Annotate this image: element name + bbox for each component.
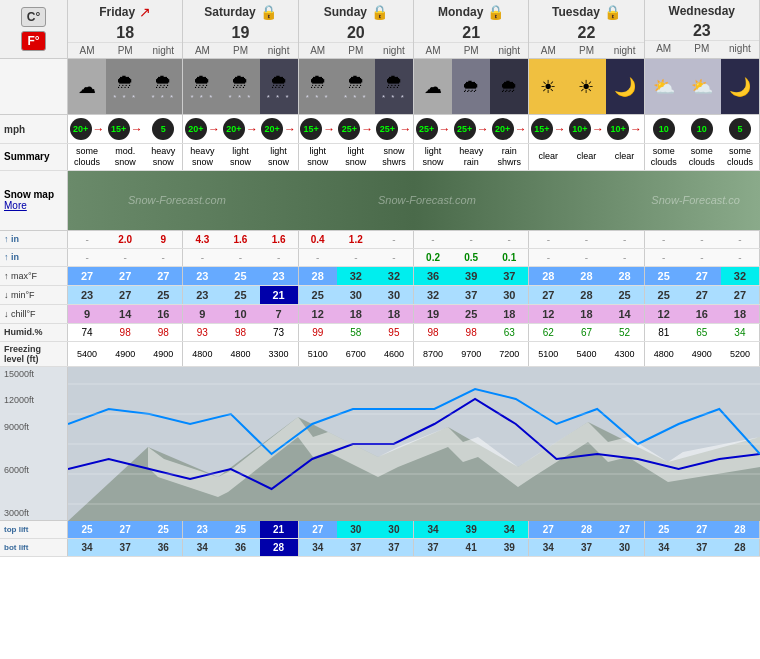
sub-header-3: AM PM night — [414, 42, 528, 58]
top-lift-cell-0-0: 25 — [68, 521, 106, 538]
wind-badge-0-1: 15+ — [108, 118, 130, 140]
min-temp-day-4: 272825 — [529, 286, 644, 304]
min-temp-cell-4-1: 28 — [567, 286, 605, 304]
top-lift-cell-3-0: 34 — [414, 521, 452, 538]
main-container: C° F° Friday ↗ 18 AM PM night Saturday 🔒… — [0, 0, 760, 557]
bot-lift-cell-3-1: 41 — [452, 539, 490, 556]
min-temp-cell-0-0: 23 — [68, 286, 106, 304]
rain-day-1: --- — [183, 249, 298, 266]
rain-day-4: --- — [529, 249, 644, 266]
weather-label — [0, 59, 68, 114]
freeze-cell-3-0: 8700 — [414, 342, 452, 366]
min-temp-cell-2-0: 25 — [299, 286, 337, 304]
wind-badge-1-0: 20+ — [185, 118, 207, 140]
sub-header-5: AM PM night — [645, 40, 759, 56]
rain-day-2: --- — [299, 249, 414, 266]
wx-icon-2-0: 🌨 — [309, 72, 327, 93]
day-date-3: 21 — [462, 24, 480, 42]
max-temp-cell-3-1: 39 — [452, 267, 490, 285]
bot-lift-cell-4-0: 34 — [529, 539, 567, 556]
weather-cell-4-0: ☀ — [529, 59, 567, 114]
bot-lift-cell-3-2: 39 — [490, 539, 528, 556]
humid-cell-5-0: 81 — [645, 324, 683, 341]
wind-badge-4-2: 10+ — [607, 118, 629, 140]
wind-row: mph 20+→15+→520+→20+→20+→15+→25+→25+→25+… — [0, 115, 760, 144]
snow-cell-0-2: 9 — [144, 231, 182, 248]
humid-cell-1-2: 73 — [260, 324, 298, 341]
summary-cell-0-0: some clouds — [68, 144, 106, 170]
rain-cell-3-2: 0.1 — [490, 249, 528, 266]
snow-cell-2-2: - — [375, 231, 413, 248]
freeze-cell-2-1: 6700 — [337, 342, 375, 366]
snow-dots-2-0: * * * — [306, 93, 330, 102]
pm-label-2: PM — [337, 42, 375, 58]
watermark-3: Snow-Forecast.co — [651, 194, 740, 206]
freeze-cell-0-2: 4900 — [144, 342, 182, 366]
rain-cell-1-2: - — [260, 249, 298, 266]
wind-cell-0-1: 15+→ — [106, 115, 144, 143]
snowmap-more-link[interactable]: More — [4, 200, 27, 211]
snow-dots-1-1: * * * — [229, 93, 253, 102]
summary-day-2: light snowlight snowsnow shwrs — [299, 144, 414, 170]
chill-label: ↓ chill°F — [0, 305, 68, 323]
am-label-0: AM — [68, 42, 106, 58]
alt-y-labels: 15000ft12000ft9000ft6000ft3000ft — [0, 367, 68, 520]
summary-label: Summary — [0, 144, 68, 170]
wind-badge-4-0: 15+ — [531, 118, 553, 140]
wx-icon-3-1: 🌧 — [462, 76, 480, 97]
top-lift-row: top lift 2527252325212730303439342728272… — [0, 521, 760, 539]
bot-lift-day-1: 343628 — [183, 539, 298, 556]
humid-day-1: 939873 — [183, 324, 298, 341]
freeze-day-0: 540049004900 — [68, 342, 183, 366]
wind-label: mph — [0, 115, 68, 143]
summary-cell-3-0: light snow — [414, 144, 452, 170]
snowmap-title: Snow map — [4, 189, 54, 200]
snow-day-3: --- — [414, 231, 529, 248]
humid-cell-3-0: 98 — [414, 324, 452, 341]
day-name-0: Friday — [99, 5, 135, 19]
rain-cell-2-2: - — [375, 249, 413, 266]
bot-lift-day-5: 343728 — [645, 539, 760, 556]
wind-arrow-3-0: → — [439, 122, 451, 136]
wind-cell-1-0: 20+→ — [183, 115, 221, 143]
snow-cell-0-0: - — [68, 231, 106, 248]
snow-cell-2-1: 1.2 — [337, 231, 375, 248]
bot-lift-cell-0-2: 36 — [144, 539, 182, 556]
min-temp-cell-4-0: 27 — [529, 286, 567, 304]
humid-cell-1-1: 98 — [221, 324, 259, 341]
chill-cell-4-0: 12 — [529, 305, 567, 323]
wind-cell-2-2: 25+→ — [375, 115, 413, 143]
top-lift-day-1: 232521 — [183, 521, 298, 538]
snow-cell-1-0: 4.3 — [183, 231, 221, 248]
weather-day-0: ☁🌨* * *🌨* * * — [68, 59, 183, 114]
wind-arrow-4-1: → — [592, 122, 604, 136]
alt-label-2: 9000ft — [0, 422, 67, 432]
top-lift-cell-4-0: 27 — [529, 521, 567, 538]
fahrenheit-button[interactable]: F° — [21, 31, 45, 51]
max-temp-cell-2-2: 32 — [375, 267, 413, 285]
max-temp-cell-5-2: 32 — [721, 267, 759, 285]
max-temp-cell-2-1: 32 — [337, 267, 375, 285]
summary-day-5: some cloudssome cloudssome clouds — [645, 144, 760, 170]
chill-cell-3-2: 18 — [490, 305, 528, 323]
wind-cell-0-0: 20+→ — [68, 115, 106, 143]
max-temp-day-4: 282828 — [529, 267, 644, 285]
chill-cell-5-0: 12 — [645, 305, 683, 323]
wx-icon-2-2: 🌨 — [385, 72, 403, 93]
min-temp-cell-5-1: 27 — [683, 286, 721, 304]
freezing-label: Freezing level (ft) — [0, 342, 68, 366]
humidity-label: Humid.% — [0, 324, 68, 341]
celsius-button[interactable]: C° — [21, 7, 46, 27]
wx-icon-0-0: ☁ — [78, 76, 96, 98]
weather-cell-5-0: ⛅ — [645, 59, 683, 114]
wind-badge-5-2: 5 — [729, 118, 751, 140]
freeze-cell-5-0: 4800 — [645, 342, 683, 366]
wind-day-0: 20+→15+→5 — [68, 115, 183, 143]
bot-lift-cell-2-2: 37 — [375, 539, 413, 556]
min-temp-cell-4-2: 25 — [606, 286, 644, 304]
snow-dots-0-2: * * * — [151, 93, 175, 102]
freeze-cell-3-2: 7200 — [490, 342, 528, 366]
weather-cell-5-2: 🌙 — [721, 59, 759, 114]
max-temp-row: ↑ max°F 27272723252328323236393728282825… — [0, 267, 760, 286]
weather-day-2: 🌨* * *🌨* * *🌨* * * — [299, 59, 414, 114]
